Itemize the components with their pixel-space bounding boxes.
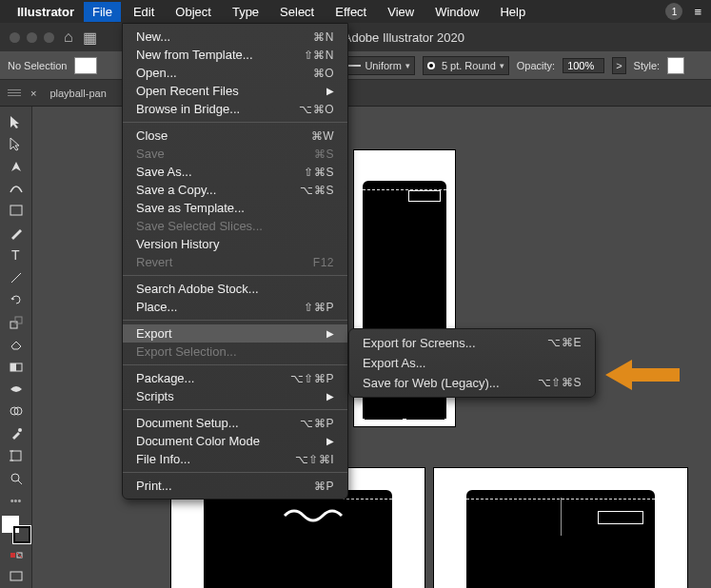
submenu-item-export-for-screens[interactable]: Export for Screens...⌥⌘E [349,333,595,353]
menu-object[interactable]: Object [167,2,220,22]
chevron-down-icon: ▾ [500,61,504,70]
menu-item-close[interactable]: Close⌘W [123,127,347,145]
menu-item-save-a-copy[interactable]: Save a Copy...⌥⌘S [123,181,347,199]
menu-item-label: Save Selected Slices... [136,219,263,233]
submenu-arrow-icon: ▶ [326,436,334,446]
rectangle-tool[interactable] [2,200,30,222]
svg-rect-4 [15,317,22,323]
brush-label: 5 pt. Round [442,60,496,71]
scale-tool[interactable] [2,311,30,333]
close-tab-icon[interactable]: × [30,88,36,99]
menu-item-version-history[interactable]: Version History [123,235,347,253]
curvature-tool[interactable] [2,177,30,199]
menu-effect[interactable]: Effect [326,2,375,22]
brush-dropdown[interactable]: 5 pt. Round ▾ [423,56,509,75]
app-name[interactable]: Illustrator [17,5,74,19]
home-icon[interactable]: ⌂ [64,29,73,46]
color-mode-icon[interactable] [2,543,30,565]
artwork-pants-back-2[interactable] [466,490,655,588]
more-tools-icon[interactable]: ••• [2,489,30,511]
graphic-style-swatch[interactable] [667,57,684,74]
zoom-tool[interactable] [2,467,30,489]
shortcut-label: ⌘W [311,129,334,143]
svg-line-14 [18,480,22,484]
menu-item-save-selected-slices: Save Selected Slices... [123,217,347,235]
menu-help[interactable]: Help [491,2,534,22]
menu-item-save: Save⌘S [123,145,347,163]
menu-item-search-adobe-stock[interactable]: Search Adobe Stock... [123,280,347,298]
submenu-item-save-for-web-legacy[interactable]: Save for Web (Legacy)...⌥⇧⌘S [349,373,595,393]
menu-view[interactable]: View [379,2,423,22]
width-tool[interactable] [2,378,30,400]
menu-item-label: Save As... [136,165,192,179]
menu-item-label: Scripts [136,389,174,403]
menu-item-new[interactable]: New...⌘N [123,28,347,46]
menu-item-label: Document Color Mode [136,434,260,448]
menu-item-open[interactable]: Open...⌘O [123,64,347,82]
shortcut-label: F12 [313,256,334,269]
selection-tool[interactable] [2,110,30,132]
shortcut-label: ⌥⇧⌘P [290,372,334,385]
eyedropper-tool[interactable] [2,422,30,444]
type-tool[interactable]: T [2,245,30,266]
menu-item-label: Save a Copy... [136,183,216,197]
menu-item-print[interactable]: Print...⌘P [123,477,347,495]
submenu-item-export-as[interactable]: Export As... [349,353,595,373]
menu-window[interactable]: Window [426,2,487,22]
menu-item-open-recent-files[interactable]: Open Recent Files▶ [123,82,347,100]
fill-stroke-swatches[interactable] [74,57,97,74]
file-menu-dropdown: New...⌘NNew from Template...⇧⌘NOpen...⌘O… [122,23,348,500]
menu-item-label: Revert [136,255,172,269]
fill-stroke-control[interactable] [2,516,30,543]
document-tab[interactable]: playball-pan [49,88,106,99]
paintbrush-tool[interactable] [2,222,30,244]
menu-item-label: New from Template... [136,48,253,62]
traffic-lights[interactable] [10,32,54,43]
menu-item-new-from-template[interactable]: New from Template...⇧⌘N [123,46,347,64]
svg-marker-19 [605,360,680,390]
menu-item-label: Search Adobe Stock... [136,282,259,296]
menu-item-export-selection: Export Selection... [123,343,347,361]
menu-item-place[interactable]: Place...⇧⌘P [123,298,347,316]
shortcut-label: ⌘P [314,480,334,493]
annotation-arrow-icon [605,360,680,393]
menu-item-scripts[interactable]: Scripts▶ [123,387,347,405]
opacity-input[interactable]: 100% [563,58,604,73]
line-tool[interactable] [2,266,30,288]
panel-menu-icon[interactable] [8,89,21,96]
stroke-swatch[interactable] [13,526,30,543]
svg-rect-15 [10,553,15,558]
shape-builder-tool[interactable] [2,401,30,422]
menu-item-save-as[interactable]: Save As...⇧⌘S [123,163,347,181]
menu-edit[interactable]: Edit [125,2,163,22]
menu-item-save-as-template[interactable]: Save as Template... [123,199,347,217]
menu-item-package[interactable]: Package...⌥⇧⌘P [123,369,347,387]
menu-file[interactable]: File [84,2,121,22]
menu-item-label: Export [136,326,172,341]
menu-item-document-color-mode[interactable]: Document Color Mode▶ [123,432,347,450]
eraser-tool[interactable] [2,333,30,355]
menu-type[interactable]: Type [224,2,267,22]
submenu-item-label: Save for Web (Legacy)... [363,376,500,390]
stroke-profile-label: Uniform [365,60,402,71]
menu-item-label: Document Setup... [136,416,239,430]
menu-item-document-setup[interactable]: Document Setup...⌥⌘P [123,414,347,432]
opacity-chevron-icon[interactable]: > [612,57,625,74]
menu-item-file-info[interactable]: File Info...⌥⇧⌘I [123,450,347,468]
direct-selection-tool[interactable] [2,132,30,154]
menu-select[interactable]: Select [271,2,323,22]
menu-item-export[interactable]: Export▶ [123,324,347,343]
artboard-tool[interactable] [2,445,30,467]
menu-item-browse-in-bridge[interactable]: Browse in Bridge...⌥⌘O [123,100,347,118]
options-bar: No Selection Uniform ▾ 5 pt. Round ▾ Opa… [0,51,711,80]
shortcut-label: ⌥⌘E [547,336,582,350]
screen-mode-icon[interactable] [2,566,30,588]
shortcut-label: ⇧⌘P [304,301,334,314]
pen-tool[interactable] [2,155,30,177]
rotate-tool[interactable] [2,289,30,311]
cc-notification-badge[interactable]: 1 [665,3,682,20]
selection-status: No Selection [8,60,67,71]
gradient-tool[interactable] [2,356,30,378]
arrange-documents-icon[interactable]: ▦ [83,29,97,47]
svg-rect-10 [11,451,21,461]
